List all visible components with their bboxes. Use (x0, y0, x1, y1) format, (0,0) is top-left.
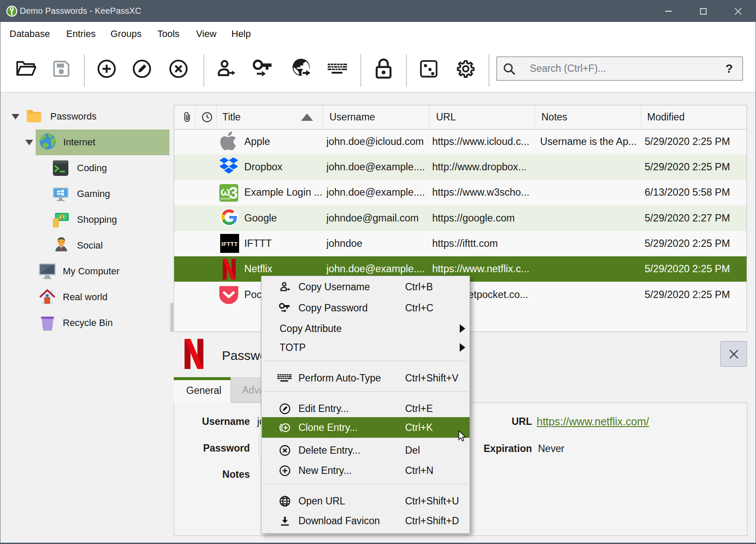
svg-text:1: 1 (61, 214, 64, 220)
svg-text:IFTTT: IFTTT (221, 241, 238, 247)
svg-text:schools: schools (220, 197, 230, 200)
